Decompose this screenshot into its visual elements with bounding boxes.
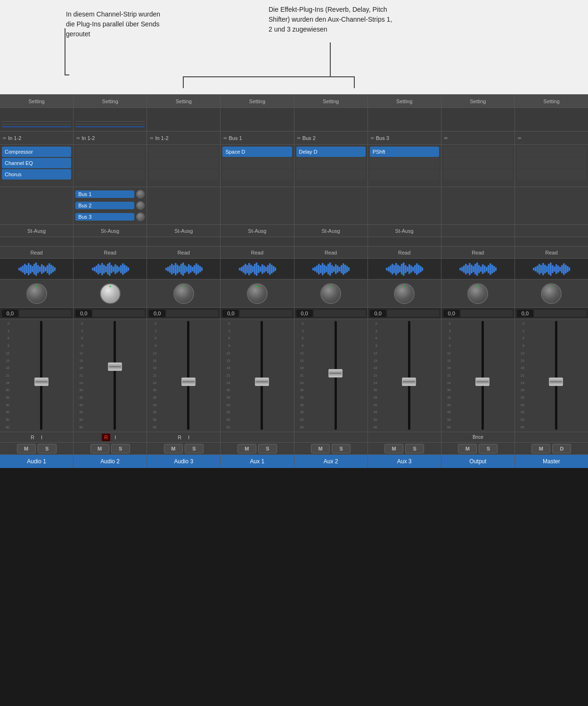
waveform-area — [515, 259, 588, 279]
plugin-slot[interactable]: Chorus — [2, 169, 71, 180]
send-button[interactable]: Bus 2 — [75, 202, 134, 209]
read-row[interactable]: Read — [515, 246, 588, 259]
fader-rail[interactable] — [555, 321, 557, 430]
read-row[interactable]: Read — [147, 246, 220, 259]
input-label: Bus 1 — [229, 135, 242, 141]
svg-rect-58 — [199, 266, 201, 272]
pan-knob[interactable] — [173, 283, 194, 304]
svg-rect-159 — [569, 267, 570, 271]
setting-row[interactable]: Setting — [441, 95, 514, 108]
send-slot-empty — [517, 189, 586, 199]
fader-thumb[interactable] — [549, 378, 563, 386]
solo-button[interactable]: S — [332, 444, 351, 453]
mute-button[interactable]: M — [17, 444, 36, 453]
setting-row[interactable]: Setting — [294, 95, 368, 108]
mute-button[interactable]: M — [90, 444, 109, 453]
fader-thumb[interactable] — [181, 378, 196, 386]
plugin-slot-empty — [75, 158, 145, 168]
fader-thumb[interactable] — [402, 378, 416, 386]
pan-knob[interactable] — [26, 283, 47, 304]
solo-button[interactable]: S — [38, 444, 57, 453]
read-row[interactable]: Read — [0, 246, 73, 259]
setting-row[interactable]: Setting — [147, 95, 220, 108]
solo-button[interactable]: S — [111, 444, 130, 453]
send-knob[interactable] — [136, 201, 145, 210]
plugin-slot[interactable]: PShft — [370, 147, 439, 157]
mute-button[interactable]: M — [164, 444, 183, 453]
plugin-slot[interactable]: Compressor — [2, 147, 71, 157]
svg-rect-65 — [248, 263, 250, 275]
solo-button[interactable]: S — [185, 444, 204, 453]
d-button[interactable]: D — [552, 444, 571, 453]
send-slot-empty — [222, 200, 292, 211]
solo-button[interactable]: S — [479, 444, 498, 453]
fader-rail[interactable] — [261, 321, 263, 430]
svg-rect-153 — [557, 265, 559, 272]
ms-row: M S — [74, 443, 147, 455]
fader-rail[interactable] — [114, 321, 116, 430]
value-row: 0,0 — [0, 308, 73, 319]
i-button[interactable]: I — [39, 434, 45, 441]
i-button[interactable]: I — [112, 434, 118, 441]
setting-row[interactable]: Setting — [74, 95, 147, 108]
setting-row[interactable]: Setting — [0, 95, 73, 108]
setting-row[interactable]: Setting — [368, 95, 441, 108]
send-knob[interactable] — [136, 213, 145, 221]
setting-row[interactable]: Setting — [515, 95, 588, 108]
pan-knob[interactable] — [541, 283, 562, 304]
value-display: 0,0 — [370, 310, 386, 317]
send-knob[interactable] — [136, 190, 145, 198]
mute-button[interactable]: M — [531, 444, 550, 453]
svg-rect-1 — [20, 267, 22, 271]
pan-knob[interactable] — [467, 283, 488, 304]
mute-button[interactable]: M — [311, 444, 330, 453]
fader-thumb[interactable] — [255, 378, 269, 386]
svg-rect-27 — [105, 266, 107, 272]
pan-knob[interactable] — [394, 283, 415, 304]
mute-button[interactable]: M — [237, 444, 256, 453]
i-button[interactable]: I — [186, 434, 192, 441]
plugin-slot[interactable]: Space D — [222, 147, 292, 157]
send-slot-empty — [149, 189, 218, 199]
mute-button[interactable]: M — [458, 444, 477, 453]
fader-rail[interactable] — [335, 321, 337, 430]
spacer-row — [294, 237, 368, 246]
pan-knob[interactable] — [247, 283, 268, 304]
mute-button[interactable]: M — [384, 444, 403, 453]
fader-thumb[interactable] — [475, 378, 490, 386]
read-row[interactable]: Read — [220, 246, 294, 259]
svg-rect-66 — [250, 264, 252, 273]
svg-rect-43 — [171, 263, 173, 274]
fader-thumb[interactable] — [328, 369, 343, 378]
fader-rail[interactable] — [187, 321, 189, 430]
fader-rail[interactable] — [482, 321, 484, 430]
output-row: St-Ausg — [294, 225, 368, 237]
r-button[interactable]: R — [28, 434, 37, 441]
bnce-button[interactable]: Bnce — [471, 434, 485, 441]
svg-rect-71 — [260, 266, 261, 271]
svg-rect-102 — [390, 265, 392, 272]
fader-thumb[interactable] — [108, 362, 122, 371]
r-button[interactable]: R — [102, 434, 110, 441]
r-button[interactable]: R — [175, 434, 184, 441]
svg-rect-152 — [555, 264, 557, 274]
read-row[interactable]: Read — [441, 246, 514, 259]
read-row[interactable]: Read — [368, 246, 441, 259]
plugin-slot-empty — [75, 169, 145, 180]
sends-area — [368, 187, 441, 225]
send-button[interactable]: Bus 3 — [75, 213, 134, 221]
input-row: ∞ — [441, 131, 514, 145]
fader-thumb[interactable] — [34, 378, 49, 386]
fader-rail[interactable] — [408, 321, 410, 430]
read-row[interactable]: Read — [294, 246, 368, 259]
read-row[interactable]: Read — [74, 246, 147, 259]
setting-row[interactable]: Setting — [220, 95, 294, 108]
solo-button[interactable]: S — [258, 444, 277, 453]
send-button[interactable]: Bus 1 — [75, 190, 134, 198]
plugin-slot[interactable]: Delay D — [296, 147, 366, 157]
pan-knob[interactable] — [100, 283, 121, 304]
fader-rail[interactable] — [40, 321, 42, 430]
pan-knob[interactable] — [320, 283, 341, 304]
solo-button[interactable]: S — [405, 444, 424, 453]
plugin-slot[interactable]: Channel EQ — [2, 158, 71, 168]
